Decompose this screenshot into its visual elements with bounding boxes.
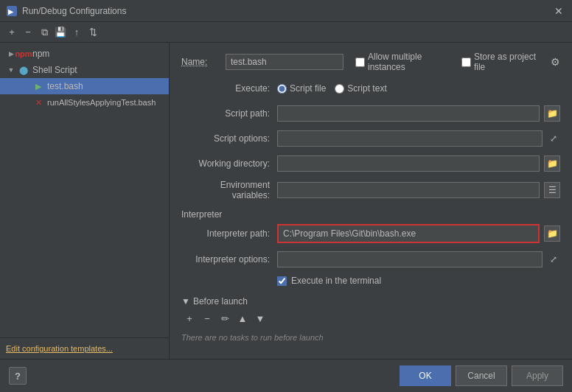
save-config-button[interactable]: 💾 — [53, 25, 68, 40]
tree-item-shell-script[interactable]: ▼ ⬤ Shell Script — [0, 62, 169, 78]
sort-config-button[interactable]: ⇅ — [86, 25, 100, 40]
env-vars-input[interactable] — [277, 182, 540, 198]
allow-multiple-instances-checkbox[interactable] — [355, 57, 365, 67]
app-icon: ▶ — [6, 5, 18, 17]
store-as-project-file-label[interactable]: Store as project file — [474, 52, 543, 72]
edit-templates-link[interactable]: Edit configuration templates... — [6, 344, 113, 353]
script-path-content: 📁 — [277, 105, 560, 122]
script-text-radio[interactable] — [335, 84, 344, 94]
tree-item-test-bash[interactable]: ▶ test.bash — [0, 78, 169, 94]
before-launch-empty-message: There are no tasks to run before launch — [181, 330, 560, 345]
store-as-project-file-checkbox[interactable] — [461, 57, 471, 67]
execute-in-terminal-row: Execute in the terminal — [277, 276, 560, 286]
npm-icon: npm — [18, 48, 29, 60]
left-bottom: Edit configuration templates... — [0, 337, 169, 359]
script-options-row: Script options: ⤢ — [181, 130, 560, 147]
tree-arrow-shell: ▼ — [6, 66, 16, 74]
name-input[interactable] — [226, 54, 343, 70]
interpreter-path-input[interactable] — [277, 224, 540, 243]
copy-config-button[interactable]: ⧉ — [37, 25, 52, 40]
execute-label: Execute: — [181, 83, 277, 94]
allow-multiple-instances-group: Allow multiple instances — [355, 52, 454, 72]
env-vars-edit-button[interactable]: ☰ — [544, 182, 560, 198]
help-button[interactable]: ? — [9, 367, 27, 385]
script-file-option[interactable]: Script file — [277, 83, 326, 94]
name-label: Name: — [181, 57, 226, 67]
svg-text:▶: ▶ — [8, 8, 14, 15]
script-text-option[interactable]: Script text — [335, 83, 386, 94]
before-launch-toolbar: + − ✏ ▲ ▼ — [181, 311, 560, 326]
working-dir-content: 📁 — [277, 155, 560, 172]
env-vars-row: Environment variables: ☰ — [181, 180, 560, 200]
add-config-button[interactable]: + — [4, 25, 19, 40]
store-as-project-file-group: Store as project file — [461, 52, 543, 72]
bash-ok-icon: ▶ — [32, 80, 44, 92]
configurations-toolbar: + − ⧉ 💾 ↑ ⇅ — [0, 22, 572, 43]
name-options: Allow multiple instances Store as projec… — [355, 52, 560, 72]
right-panel: Name: Allow multiple instances Store as … — [170, 43, 572, 359]
interpreter-path-browse-button[interactable]: 📁 — [544, 225, 560, 242]
interpreter-options-input[interactable] — [277, 251, 543, 267]
execute-options: Script file Script text — [277, 83, 560, 94]
tree-item-npm[interactable]: ▶ npm npm — [0, 46, 169, 62]
before-launch-add-button[interactable]: + — [181, 311, 198, 326]
interpreter-options-row: Interpreter options: ⤢ — [181, 251, 560, 268]
interpreter-path-content: 📁 — [277, 224, 560, 243]
tree-label-shell-script: Shell Script — [32, 65, 77, 75]
script-path-row: Script path: 📁 — [181, 105, 560, 122]
script-text-label: Script text — [347, 83, 386, 94]
before-launch-edit-button[interactable]: ✏ — [217, 311, 233, 326]
script-file-label: Script file — [290, 83, 326, 94]
working-dir-input[interactable] — [277, 155, 540, 172]
apply-button[interactable]: Apply — [512, 365, 563, 386]
gear-icon[interactable]: ⚙ — [551, 56, 560, 68]
script-path-browse-button[interactable]: 📁 — [544, 105, 560, 122]
name-row: Name: Allow multiple instances Store as … — [181, 52, 560, 72]
shell-icon: ⬤ — [18, 64, 29, 76]
tree-item-run-all-styles[interactable]: ✕ runAllStylesApplyingTest.bash — [0, 94, 169, 111]
script-options-expand-button[interactable]: ⤢ — [547, 132, 560, 145]
env-vars-label: Environment variables: — [181, 180, 277, 200]
ok-button[interactable]: OK — [400, 365, 451, 386]
allow-multiple-instances-label[interactable]: Allow multiple instances — [368, 52, 454, 72]
tree-label-npm: npm — [32, 49, 49, 59]
execute-in-terminal-label[interactable]: Execute in the terminal — [291, 276, 381, 286]
bash-err-icon: ✕ — [32, 97, 44, 108]
main-layout: ▶ npm npm ▼ ⬤ Shell Script ▶ test.bash ✕… — [0, 43, 572, 359]
tree-label-test-bash: test.bash — [47, 81, 83, 91]
before-launch-move-down-button[interactable]: ▼ — [252, 311, 268, 326]
script-options-content: ⤢ — [277, 130, 560, 147]
script-options-input[interactable] — [277, 130, 543, 147]
interpreter-path-label: Interpreter path: — [181, 228, 277, 239]
interpreter-options-expand-button[interactable]: ⤢ — [547, 253, 560, 266]
interpreter-section-header: Interpreter — [181, 209, 560, 220]
working-dir-row: Working directory: 📁 — [181, 155, 560, 172]
left-panel: ▶ npm npm ▼ ⬤ Shell Script ▶ test.bash ✕… — [0, 43, 170, 359]
config-tree: ▶ npm npm ▼ ⬤ Shell Script ▶ test.bash ✕… — [0, 43, 169, 337]
before-launch-remove-button[interactable]: − — [199, 311, 215, 326]
before-launch-move-up-button[interactable]: ▲ — [234, 311, 251, 326]
env-vars-content: ☰ — [277, 182, 560, 198]
remove-config-button[interactable]: − — [21, 25, 35, 40]
script-file-radio[interactable] — [277, 84, 287, 94]
script-path-label: Script path: — [181, 108, 277, 119]
bottom-bar: ? OK Cancel Apply — [0, 359, 572, 392]
move-config-button[interactable]: ↑ — [69, 25, 84, 40]
title-bar: ▶ Run/Debug Configurations ✕ — [0, 0, 572, 22]
execute-in-terminal-checkbox[interactable] — [277, 276, 287, 286]
execute-row: Execute: Script file Script text — [181, 80, 560, 97]
before-launch-header: ▼ Before launch — [181, 296, 560, 307]
interpreter-options-content: ⤢ — [277, 251, 560, 267]
working-dir-label: Working directory: — [181, 158, 277, 169]
before-launch-collapse-icon[interactable]: ▼ — [181, 296, 190, 307]
script-path-input[interactable] — [277, 105, 540, 122]
interpreter-options-label: Interpreter options: — [181, 254, 277, 265]
working-dir-browse-button[interactable]: 📁 — [544, 155, 560, 172]
tree-label-run-all-styles: runAllStylesApplyingTest.bash — [47, 98, 156, 107]
script-options-label: Script options: — [181, 133, 277, 144]
dialog-title: Run/Debug Configurations — [22, 6, 551, 16]
before-launch-label: Before launch — [193, 296, 248, 307]
interpreter-path-row: Interpreter path: 📁 — [181, 224, 560, 243]
cancel-button[interactable]: Cancel — [456, 365, 507, 386]
close-button[interactable]: ✕ — [551, 5, 566, 17]
